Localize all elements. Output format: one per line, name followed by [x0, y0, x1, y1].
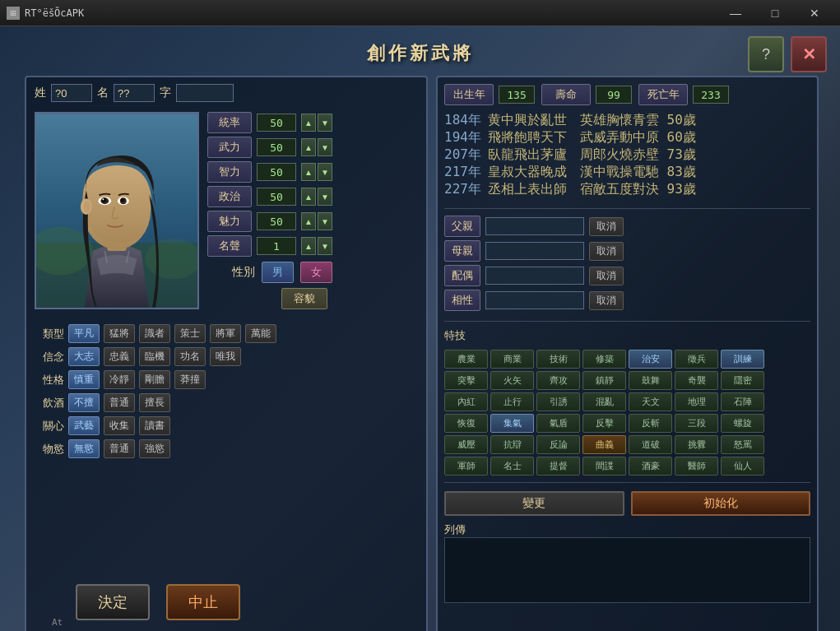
female-button[interactable]: 女	[300, 262, 332, 283]
given-input[interactable]	[114, 84, 155, 102]
lifespan-button[interactable]: 壽命	[541, 84, 591, 105]
cat-option-qiangyu[interactable]: 強慾	[139, 439, 170, 458]
skill-yinmi[interactable]: 隱密	[721, 371, 764, 390]
cat-option-dushu[interactable]: 讀書	[139, 416, 170, 435]
father-input[interactable]	[485, 217, 584, 235]
affinity-button[interactable]: 相性	[444, 290, 480, 311]
stat-down-meili[interactable]: ▼	[318, 212, 332, 230]
cat-option-dazhi[interactable]: 大志	[68, 347, 100, 366]
skill-dili[interactable]: 地理	[675, 392, 718, 411]
stat-up-meili[interactable]: ▲	[301, 212, 316, 230]
skill-zhengbing[interactable]: 徵兵	[675, 350, 718, 369]
stat-up-mingsheng[interactable]: ▲	[301, 237, 316, 255]
initialize-button[interactable]: 初始化	[631, 491, 811, 516]
skill-hunluan[interactable]: 混亂	[582, 392, 626, 411]
minimize-button[interactable]: —	[717, 1, 754, 26]
stat-down-wuli[interactable]: ▼	[318, 138, 332, 156]
stat-down-zhili[interactable]: ▼	[318, 163, 332, 181]
skill-zhenjing[interactable]: 鎮靜	[582, 371, 626, 390]
cat-option-putong[interactable]: 普通	[104, 393, 135, 412]
stat-down-tonglu[interactable]: ▼	[318, 114, 332, 132]
change-button[interactable]: 變更	[444, 491, 624, 516]
birth-year-button[interactable]: 出生年	[444, 84, 494, 105]
cat-option-ceshi[interactable]: 策士	[174, 324, 206, 343]
skill-weiya[interactable]: 威壓	[444, 435, 488, 454]
skill-shangye[interactable]: 商業	[490, 350, 534, 369]
cat-option-jiangjun[interactable]: 將軍	[210, 324, 241, 343]
stat-down-zhengzhi[interactable]: ▼	[318, 188, 332, 206]
cat-option-linji[interactable]: 臨機	[139, 347, 170, 366]
skill-qixi[interactable]: 奇襲	[675, 371, 718, 390]
skill-qidun[interactable]: 氣盾	[536, 414, 580, 433]
father-cancel-button[interactable]: 取消	[589, 217, 624, 236]
cancel-button[interactable]: 中止	[166, 584, 240, 620]
cat-option-shenzhong[interactable]: 慎重	[68, 370, 100, 389]
skill-huifu[interactable]: 恢復	[444, 414, 488, 433]
skill-jiqi[interactable]: 集氣	[490, 414, 534, 433]
skill-xunlian[interactable]: 訓練	[721, 350, 764, 369]
skill-zhixing[interactable]: 止行	[490, 392, 534, 411]
cat-option-shizhe[interactable]: 識者	[139, 324, 170, 343]
cat-option-weiwo[interactable]: 唯我	[210, 347, 241, 366]
skill-zhian[interactable]: 治安	[629, 350, 672, 369]
stat-up-wuli[interactable]: ▲	[301, 138, 316, 156]
mother-input[interactable]	[485, 242, 584, 260]
cat-option-shanchang[interactable]: 擅長	[139, 393, 170, 412]
cat-option-gongming[interactable]: 功名	[174, 347, 206, 366]
skill-daopo[interactable]: 道破	[629, 435, 672, 454]
death-year-button[interactable]: 死亡年	[638, 84, 688, 105]
maximize-button[interactable]: □	[756, 1, 794, 26]
skill-shizhen[interactable]: 石陣	[721, 392, 764, 411]
skill-numa[interactable]: 怒罵	[721, 435, 764, 454]
stat-button-zhili[interactable]: 智力	[207, 161, 252, 183]
skill-jishu[interactable]: 技術	[536, 350, 580, 369]
skill-fanlun[interactable]: 反論	[536, 435, 580, 454]
stat-button-tonglu[interactable]: 統率	[207, 112, 252, 133]
cat-option-lengjing[interactable]: 冷靜	[104, 370, 135, 389]
cat-option-mangzhuang[interactable]: 莽撞	[174, 370, 206, 389]
bio-textarea[interactable]	[444, 537, 810, 603]
skill-neihong[interactable]: 內紅	[444, 392, 488, 411]
affinity-input[interactable]	[485, 291, 584, 309]
skill-mingshi[interactable]: 名士	[490, 457, 534, 476]
stat-up-tonglu[interactable]: ▲	[301, 114, 316, 132]
titlebar-close-button[interactable]: ✕	[796, 1, 833, 26]
cat-option-wuyi[interactable]: 武藝	[68, 416, 100, 435]
skill-tiaozheng[interactable]: 挑釁	[675, 435, 718, 454]
cat-option-zhongyi[interactable]: 忠義	[104, 347, 135, 366]
mother-button[interactable]: 母親	[444, 240, 480, 262]
skill-guwu[interactable]: 鼓舞	[629, 371, 672, 390]
skill-sanduan[interactable]: 三段	[675, 414, 718, 433]
window-close-button[interactable]: ✕	[791, 36, 827, 72]
skill-qigong[interactable]: 齊攻	[536, 371, 580, 390]
stat-up-zhili[interactable]: ▲	[301, 163, 316, 181]
skill-tianwen[interactable]: 天文	[629, 392, 672, 411]
skill-fanji[interactable]: 反擊	[582, 414, 626, 433]
male-button[interactable]: 男	[262, 262, 294, 283]
stat-button-mingsheng[interactable]: 名聲	[207, 235, 252, 257]
cat-option-putong2[interactable]: 普通	[104, 439, 135, 458]
skill-tidu[interactable]: 提督	[536, 457, 580, 476]
skill-jiuhao[interactable]: 酒豪	[629, 457, 672, 476]
skill-junshi[interactable]: 軍師	[444, 457, 488, 476]
skill-jiandie[interactable]: 間諜	[582, 457, 626, 476]
cat-option-pingfan[interactable]: 平凡	[68, 324, 100, 343]
skill-xianren[interactable]: 仙人	[721, 457, 764, 476]
spouse-button[interactable]: 配偶	[444, 265, 480, 286]
affinity-cancel-button[interactable]: 取消	[589, 291, 624, 310]
skill-luoxuan[interactable]: 螺旋	[721, 414, 764, 433]
stat-button-wuli[interactable]: 武力	[207, 137, 252, 158]
cat-option-wanneng[interactable]: 萬能	[245, 324, 276, 343]
stat-down-mingsheng[interactable]: ▼	[318, 237, 332, 255]
stat-button-meili[interactable]: 魅力	[207, 211, 252, 232]
skill-kangbian[interactable]: 抗辯	[490, 435, 534, 454]
spouse-cancel-button[interactable]: 取消	[589, 267, 624, 285]
skill-nongye[interactable]: 農業	[444, 350, 488, 369]
father-button[interactable]: 父親	[444, 216, 480, 237]
cat-option-wuyu[interactable]: 無慾	[68, 439, 100, 458]
skill-yinyou[interactable]: 引誘	[536, 392, 580, 411]
help-button[interactable]: ?	[748, 36, 784, 72]
stat-button-zhengzhi[interactable]: 政治	[207, 186, 252, 207]
confirm-button[interactable]: 決定	[76, 584, 150, 620]
stat-up-zhengzhi[interactable]: ▲	[301, 188, 316, 206]
